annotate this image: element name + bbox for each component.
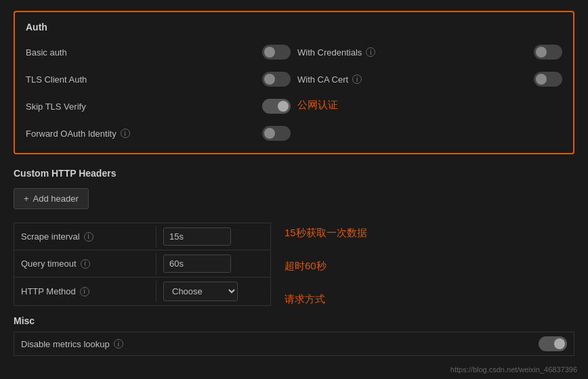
http-method-value-cell: Choose GET POST bbox=[156, 277, 270, 305]
query-timeout-info-icon[interactable]: i bbox=[81, 259, 90, 269]
scrape-interval-label-cell: Scrape interval i bbox=[14, 226, 156, 247]
scrape-interval-info-icon[interactable]: i bbox=[84, 232, 93, 242]
add-header-label: Add header bbox=[33, 194, 79, 204]
settings-annotations: 15秒获取一次数据 超时60秒 请求方式 bbox=[285, 223, 574, 306]
disable-metrics-info-icon[interactable]: i bbox=[114, 339, 123, 349]
scrape-annotation: 15秒获取一次数据 bbox=[285, 227, 574, 240]
scrape-interval-value-cell bbox=[156, 223, 270, 250]
tls-client-auth-toggle[interactable] bbox=[262, 72, 291, 87]
http-method-info-icon[interactable]: i bbox=[80, 287, 89, 296]
http-headers-section: Custom HTTP Headers + Add header bbox=[14, 168, 574, 209]
disable-metrics-text: Disable metrics lookup bbox=[21, 339, 110, 349]
with-ca-cert-row: With CA Cert i bbox=[297, 69, 562, 89]
misc-title: Misc bbox=[14, 315, 574, 326]
basic-auth-label: Basic auth bbox=[26, 47, 67, 58]
query-timeout-value-cell bbox=[156, 250, 270, 277]
scrape-interval-input[interactable] bbox=[163, 227, 231, 246]
with-credentials-info-icon[interactable]: i bbox=[366, 47, 375, 57]
http-method-select[interactable]: Choose GET POST bbox=[163, 282, 238, 301]
query-annotation: 超时60秒 bbox=[285, 260, 574, 273]
skip-tls-toggle[interactable] bbox=[262, 99, 291, 114]
query-timeout-input[interactable] bbox=[163, 254, 231, 273]
with-ca-cert-info-icon[interactable]: i bbox=[352, 74, 362, 84]
with-credentials-row: With Credentials i bbox=[297, 42, 562, 62]
auth-title: Auth bbox=[26, 22, 562, 32]
forward-oauth-info-icon[interactable]: i bbox=[121, 129, 130, 138]
add-header-button[interactable]: + Add header bbox=[14, 188, 89, 209]
http-method-label: HTTP Method bbox=[21, 286, 76, 296]
with-credentials-toggle[interactable] bbox=[534, 45, 562, 60]
with-ca-cert-toggle[interactable] bbox=[534, 72, 562, 87]
http-method-row: HTTP Method i Choose GET POST bbox=[14, 277, 271, 306]
scrape-interval-row: Scrape interval i bbox=[14, 223, 271, 250]
tls-client-auth-label: TLS Client Auth bbox=[26, 74, 87, 85]
query-timeout-label: Query timeout bbox=[21, 259, 77, 269]
query-timeout-label-cell: Query timeout i bbox=[14, 253, 156, 274]
tls-client-auth-row: TLS Client Auth bbox=[26, 69, 291, 89]
method-annotation: 请求方式 bbox=[285, 293, 574, 306]
auth-annotation: 公网认证 bbox=[297, 96, 562, 114]
plus-icon: + bbox=[24, 194, 29, 204]
footer-url: https://blog.csdn.net/weixin_46837396 bbox=[450, 365, 577, 374]
http-headers-title: Custom HTTP Headers bbox=[14, 168, 574, 179]
skip-tls-label: Skip TLS Verify bbox=[26, 102, 86, 112]
disable-metrics-toggle[interactable] bbox=[539, 336, 567, 351]
http-method-label-cell: HTTP Method i bbox=[14, 281, 156, 302]
forward-oauth-row: Forward OAuth Identity i bbox=[26, 123, 291, 143]
with-credentials-label: With Credentials i bbox=[297, 47, 375, 58]
misc-section: Misc Disable metrics lookup i bbox=[14, 315, 574, 356]
disable-metrics-label: Disable metrics lookup i bbox=[21, 339, 539, 349]
with-ca-cert-label: With CA Cert i bbox=[297, 74, 362, 85]
disable-metrics-row: Disable metrics lookup i bbox=[14, 332, 574, 356]
forward-oauth-toggle[interactable] bbox=[262, 126, 291, 141]
basic-auth-toggle[interactable] bbox=[262, 45, 291, 60]
skip-tls-row: Skip TLS Verify bbox=[26, 96, 291, 116]
query-timeout-row: Query timeout i bbox=[14, 250, 271, 277]
auth-section: Auth Basic auth TLS Client Auth bbox=[14, 11, 574, 154]
basic-auth-row: Basic auth bbox=[26, 42, 291, 62]
forward-oauth-label: Forward OAuth Identity i bbox=[26, 129, 130, 139]
scrape-interval-label: Scrape interval bbox=[21, 231, 80, 242]
